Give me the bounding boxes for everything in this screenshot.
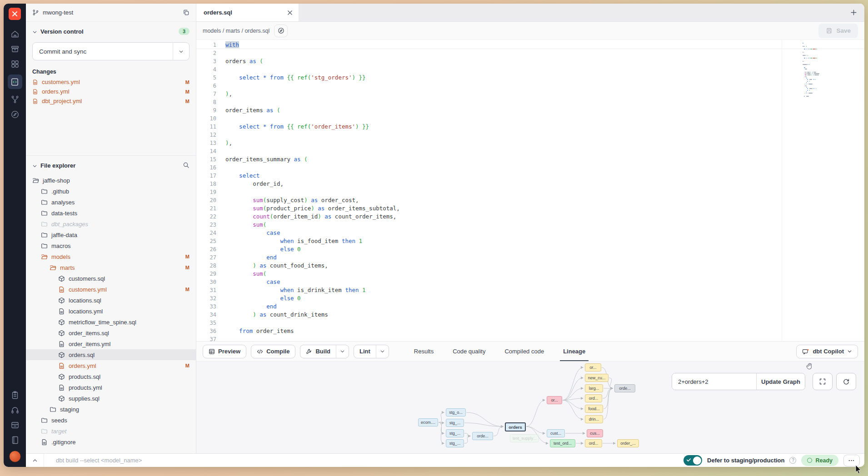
version-control-header[interactable]: Version control 3 <box>26 22 196 38</box>
tree-item-products.sql[interactable]: products.sql <box>26 371 196 382</box>
lineage-node-orpink[interactable]: or... <box>547 396 562 404</box>
build-options-chevron[interactable] <box>336 345 349 358</box>
tree-item-supplies.sql[interactable]: supplies.sql <box>26 393 196 404</box>
lint-button[interactable]: Lint <box>354 345 389 358</box>
change-item-customers.yml[interactable]: customers.ymlM <box>26 77 196 87</box>
panel-tab-lineage[interactable]: Lineage <box>562 342 587 361</box>
lineage-node-ordl[interactable]: orde... <box>472 432 493 440</box>
new-tab-icon[interactable] <box>850 9 857 16</box>
lineage-node-stg1[interactable]: stg_o... <box>446 408 466 416</box>
panel-tab-results[interactable]: Results <box>413 342 435 361</box>
command-input[interactable]: dbt build --select <model_name> <box>56 457 142 464</box>
tree-item-jaffle-data[interactable]: jaffle-data <box>26 229 196 240</box>
lint-options-chevron[interactable] <box>376 345 389 358</box>
home-icon[interactable] <box>10 30 20 39</box>
tree-item-models[interactable]: modelsM <box>26 251 196 262</box>
notebook-icon[interactable] <box>10 436 20 445</box>
help-icon[interactable]: ? <box>789 457 796 464</box>
open-lineage-compass-icon[interactable] <box>274 25 288 37</box>
tree-item-seeds[interactable]: seeds <box>26 415 196 426</box>
lineage-node-testord[interactable]: test_ord... <box>550 439 575 447</box>
tree-item-data-tests[interactable]: data-tests <box>26 208 196 218</box>
tree-item-order_items.sql[interactable]: order_items.sql <box>26 327 196 338</box>
fullscreen-button[interactable] <box>813 373 833 390</box>
tree-item-analyses[interactable]: analyses <box>26 197 196 208</box>
lineage-node-testsup[interactable]: test_supply... <box>510 434 539 442</box>
dbt-logo-icon[interactable] <box>9 8 21 20</box>
lineage-node-stg3[interactable]: stg_... <box>446 429 464 437</box>
clipboard-icon[interactable] <box>10 391 20 400</box>
tree-item-products.yml[interactable]: products.yml <box>26 382 196 393</box>
change-item-orders.yml[interactable]: orders.ymlM <box>26 87 196 96</box>
lineage-node-y3[interactable]: larg... <box>585 384 603 392</box>
build-button[interactable]: Build <box>300 345 349 358</box>
code-line-28: 28 ) as count_food_items, <box>196 262 864 270</box>
tree-item-locations.sql[interactable]: locations.sql <box>26 295 196 306</box>
lineage-node-gray[interactable]: orde... <box>614 384 635 392</box>
tree-item-staging[interactable]: staging <box>26 404 196 415</box>
save-button[interactable]: Save <box>818 24 858 38</box>
tree-item-jaffle-shop[interactable]: jaffle-shop <box>26 175 196 186</box>
deploy-fork-icon[interactable] <box>10 95 20 104</box>
tab-orders-sql[interactable]: orders.sql <box>196 4 299 21</box>
headset-icon[interactable] <box>10 406 20 415</box>
tree-item-marts[interactable]: martsM <box>26 262 196 273</box>
file-explorer-header[interactable]: File explorer <box>26 156 196 172</box>
explore-compass-icon[interactable] <box>10 110 20 119</box>
minimap[interactable] <box>803 43 829 99</box>
lineage-node-y4[interactable]: ord... <box>585 394 602 402</box>
search-icon[interactable] <box>183 162 190 169</box>
apps-grid-icon[interactable] <box>10 60 20 69</box>
copy-icon[interactable] <box>183 9 190 16</box>
panel-tab-compiled-code[interactable]: Compiled code <box>503 342 545 361</box>
tree-item-customers.yml[interactable]: customers.ymlM <box>26 284 196 295</box>
update-graph-button[interactable]: Update Graph <box>757 373 805 390</box>
code-editor-icon[interactable] <box>8 74 22 89</box>
commit-and-sync-button[interactable]: Commit and sync <box>32 42 190 60</box>
lineage-node-orders[interactable]: orders <box>505 422 526 431</box>
more-options-button[interactable]: ... <box>843 455 860 466</box>
line-number: 23 <box>196 221 216 229</box>
tree-item-locations.yml[interactable]: locations.yml <box>26 306 196 317</box>
tree-item-macros[interactable]: macros <box>26 240 196 251</box>
lineage-node-stg4[interactable]: stg_... <box>446 439 464 447</box>
lineage-node-y1[interactable]: or... <box>585 363 601 372</box>
tree-item-orders.sql[interactable]: orders.sql <box>26 349 196 360</box>
tree-item-metricflow_time_spine.sql[interactable]: metricflow_time_spine.sql <box>26 317 196 327</box>
warehouse-icon[interactable] <box>10 45 20 54</box>
ready-ring-icon <box>807 458 812 463</box>
lineage-node-y6[interactable]: drin... <box>585 415 603 423</box>
tree-item-dbt_packages[interactable]: dbt_packages <box>26 218 196 229</box>
user-avatar[interactable] <box>9 451 21 462</box>
tree-item-target[interactable]: target <box>26 426 196 436</box>
lineage-node-y7[interactable]: ord... <box>585 439 602 447</box>
code-editor[interactable]: 1with23orders as (45 select * from {{ re… <box>196 40 864 341</box>
preview-button[interactable]: Preview <box>203 345 246 358</box>
lineage-node-y8[interactable]: order_... <box>617 439 639 447</box>
tree-item-.github[interactable]: .github <box>26 186 196 197</box>
lineage-node-stg2[interactable]: stg_... <box>446 419 464 427</box>
commit-options-chevron[interactable] <box>173 43 189 60</box>
panel-tab-code-quality[interactable]: Code quality <box>451 342 487 361</box>
tree-item-customers.sql[interactable]: customers.sql <box>26 273 196 284</box>
collapse-panel-button[interactable] <box>26 454 44 467</box>
tree-item-orders.yml[interactable]: orders.ymlM <box>26 360 196 371</box>
defer-toggle[interactable] <box>683 455 702 466</box>
lineage-node-ecom[interactable]: ecom.... <box>418 418 438 426</box>
refresh-button[interactable] <box>836 373 856 390</box>
lineage-node-y5[interactable]: food... <box>585 405 603 413</box>
compile-button[interactable]: Compile <box>251 345 295 358</box>
close-icon[interactable] <box>287 10 293 16</box>
lineage-panel[interactable]: ecom....stg_o...stg_...stg_...stg_...ord… <box>196 361 864 453</box>
tree-item-.gitignore[interactable]: .gitignore <box>26 436 196 447</box>
lineage-node-y2[interactable]: new_cu... <box>585 374 609 382</box>
file-explorer-section: File explorer jaffle-shop.githubanalyses… <box>26 155 196 453</box>
lineage-node-cuspink[interactable]: cus... <box>587 429 603 437</box>
lineage-node-cust[interactable]: cust... <box>547 429 565 437</box>
lineage-selector-input[interactable] <box>672 373 757 390</box>
tree-item-order_items.yml[interactable]: order_items.yml <box>26 338 196 349</box>
change-item-dbt_project.yml[interactable]: dbt_project.ymlM <box>26 96 196 106</box>
docs-stack-icon[interactable] <box>10 421 20 430</box>
dbt-copilot-button[interactable]: dbt Copilot <box>796 345 858 358</box>
tree-item-label: supplies.sql <box>69 395 100 402</box>
